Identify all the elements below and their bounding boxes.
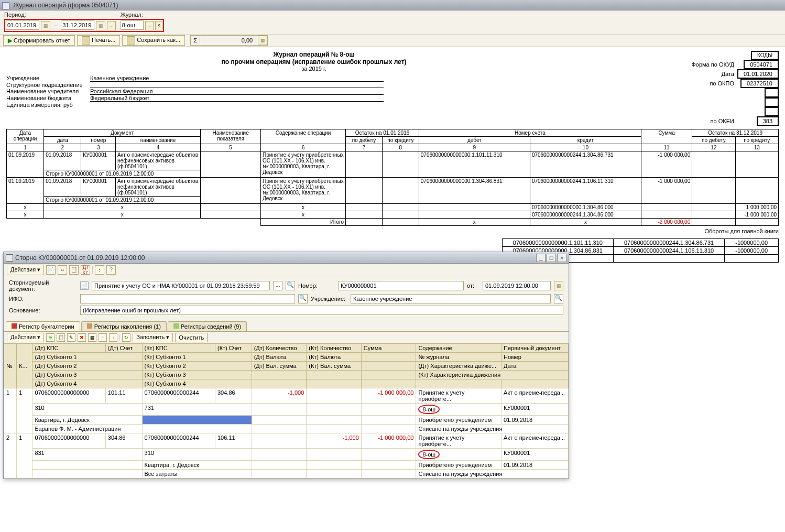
minimize-button[interactable]: _	[536, 254, 546, 262]
generate-report-button[interactable]: ▶ Сформировать отчет	[3, 35, 75, 46]
report-area: Журнал операций № 8-ош по прочим операци…	[0, 47, 785, 267]
period-bar: Период: Журнал: ▦ – ▦ ... ... ×	[0, 10, 785, 34]
journal-dots-button[interactable]: ...	[145, 21, 154, 30]
window-icon	[2, 2, 9, 9]
tb-icon-4[interactable]: ДтКт	[81, 265, 90, 267]
period-label: Период:	[4, 12, 26, 18]
tb-icon-1[interactable]: 📄	[46, 265, 56, 267]
report-title: Журнал операций № 8-ош	[6, 51, 622, 58]
save-icon	[127, 36, 135, 45]
period-dots-button[interactable]: ...	[107, 21, 115, 30]
date-to-input[interactable]	[61, 20, 94, 30]
date-from-input[interactable]	[6, 20, 39, 30]
printer-icon	[82, 36, 90, 45]
storno-window-title: Сторно КУ000000001 от 01.09.2019 12:00:0…	[15, 254, 145, 262]
window-title: Журнал операций (форма 0504071)	[13, 2, 118, 9]
journal-input[interactable]	[121, 20, 144, 30]
tb-icon-3[interactable]: 📋	[69, 265, 79, 267]
journal-label: Журнал:	[121, 12, 143, 18]
sum-calc-icon[interactable]: ▦	[258, 36, 267, 45]
calendar-icon-to[interactable]: ▦	[96, 21, 105, 30]
print-button[interactable]: Печать...	[77, 35, 120, 46]
report-toolbar: ▶ Сформировать отчет Печать... Сохранить…	[0, 34, 785, 47]
calendar-icon-from[interactable]: ▦	[41, 21, 50, 30]
doc-icon	[6, 254, 13, 262]
operations-table: Дата операции Документ Наименование пока…	[6, 129, 779, 226]
sum-box: Σ 0,00 ▦	[190, 35, 268, 46]
storno-window: Сторно КУ000000001 от 01.09.2019 12:00:0…	[3, 252, 569, 267]
report-subtitle: по прочим операциям (исправление ошибок …	[6, 58, 622, 66]
tb-icon-2[interactable]: ↔	[58, 265, 67, 267]
close-button[interactable]: ×	[557, 254, 566, 262]
save-as-button[interactable]: Сохранить как...	[122, 35, 185, 46]
turnover-header: Обороты для главной книги	[6, 228, 779, 234]
report-year: за 2019 г.	[6, 66, 622, 72]
maximize-button[interactable]: □	[547, 254, 556, 262]
journal-clear-button[interactable]: ×	[155, 21, 162, 30]
window-titlebar: Журнал операций (форма 0504071)	[0, 0, 785, 10]
tb-icon-5[interactable]: ⋮	[95, 265, 104, 267]
help-icon[interactable]: ?	[106, 265, 116, 267]
actions-menu[interactable]: Действия ▾	[7, 265, 44, 267]
